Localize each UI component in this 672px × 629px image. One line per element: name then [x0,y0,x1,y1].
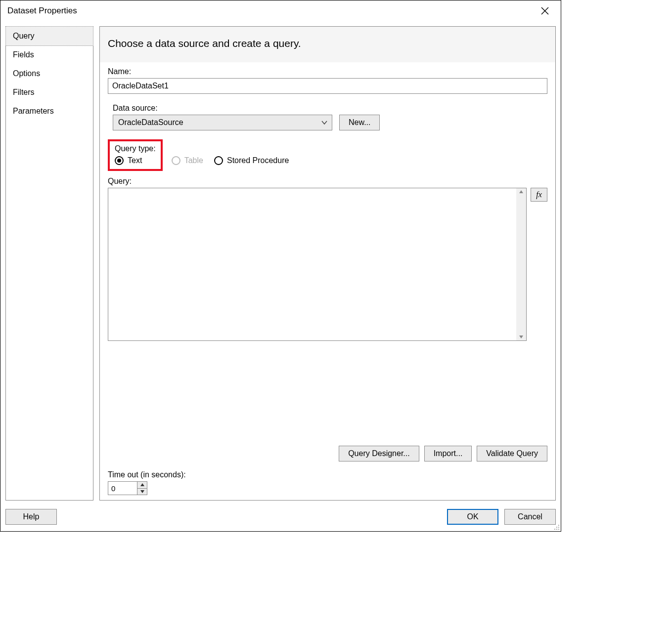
timeout-decrement[interactable] [137,489,147,495]
svg-point-6 [558,525,559,526]
radio-table: Table [172,156,203,165]
expression-button[interactable]: fx [531,188,547,202]
resize-grip-icon[interactable] [553,523,560,530]
import-button[interactable]: Import... [424,446,472,461]
sidebar: Query Fields Options Filters Parameters [5,26,93,501]
chevron-down-icon [321,119,328,126]
svg-point-10 [556,529,557,530]
query-textarea[interactable] [108,188,516,340]
validate-query-button[interactable]: Validate Query [477,446,547,461]
radio-icon [172,156,180,165]
query-label: Query: [108,177,547,186]
close-icon [541,7,549,15]
radio-label: Table [184,156,203,165]
scroll-down-icon [519,335,524,339]
radio-text[interactable]: Text [115,156,156,165]
dialog-footer: Help OK Cancel [0,504,561,531]
titlebar: Dataset Properties [0,0,561,21]
svg-point-8 [558,527,559,528]
radio-icon [214,156,223,165]
arrow-up-icon [140,483,144,486]
datasource-select[interactable]: OracleDataSource [113,115,332,130]
sidebar-item-label: Options [13,69,40,78]
fx-label: fx [536,190,542,199]
scrollbar[interactable] [516,188,526,340]
query-designer-button[interactable]: Query Designer... [339,446,419,461]
query-type-highlight: Query type: Text [108,139,163,171]
new-datasource-button[interactable]: New... [339,115,380,130]
sidebar-item-query[interactable]: Query [5,26,93,46]
svg-marker-5 [140,490,144,493]
panel-content: Name: Data source: OracleDataSource New.… [100,62,555,500]
radio-label: Stored Procedure [227,156,289,165]
sidebar-item-label: Parameters [13,107,54,115]
datasource-label: Data source: [113,104,547,113]
scroll-up-icon [519,189,524,194]
name-label: Name: [108,67,547,76]
svg-point-7 [556,527,557,528]
svg-point-11 [558,529,559,530]
sidebar-item-parameters[interactable]: Parameters [6,102,93,121]
arrow-down-icon [140,490,144,493]
help-button[interactable]: Help [5,509,57,525]
radio-stored-procedure[interactable]: Stored Procedure [214,156,289,165]
sidebar-item-label: Fields [13,50,34,59]
dialog-title: Dataset Properties [7,6,77,16]
datasource-value: OracleDataSource [118,118,183,127]
svg-point-9 [554,529,555,530]
svg-marker-2 [519,190,523,193]
ok-button[interactable]: OK [447,509,498,525]
timeout-increment[interactable] [137,482,147,489]
main-panel: Choose a data source and create a query.… [99,26,556,501]
sidebar-item-label: Query [13,32,35,40]
radio-icon [115,156,124,165]
timeout-spinner[interactable] [108,481,147,495]
dialog-window: Dataset Properties Query Fields Options … [0,0,561,532]
timeout-label: Time out (in seconds): [108,470,547,479]
name-input[interactable] [108,78,547,94]
query-type-label: Query type: [115,144,156,153]
query-textarea-container [108,188,527,341]
sidebar-item-options[interactable]: Options [6,64,93,83]
svg-marker-4 [140,483,144,486]
query-block: Query: fx [108,177,547,461]
cancel-button[interactable]: Cancel [504,509,556,525]
timeout-input[interactable] [108,482,137,495]
close-button[interactable] [535,1,555,21]
sidebar-item-label: Filters [13,88,35,96]
dialog-body: Query Fields Options Filters Parameters … [0,21,561,504]
sidebar-item-fields[interactable]: Fields [6,45,93,64]
panel-heading: Choose a data source and create a query. [100,27,555,62]
svg-marker-3 [519,335,523,338]
sidebar-item-filters[interactable]: Filters [6,83,93,102]
radio-label: Text [128,156,142,165]
